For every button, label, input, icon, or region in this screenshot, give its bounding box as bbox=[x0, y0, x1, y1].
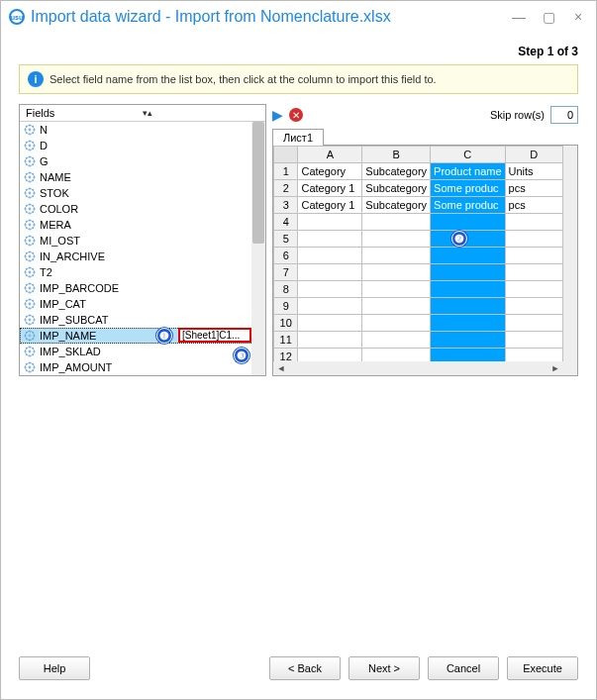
field-row-g[interactable]: G bbox=[20, 153, 251, 169]
back-button[interactable]: < Back bbox=[269, 656, 341, 680]
field-row-imp_subcat[interactable]: IMP_SUBCAT bbox=[20, 312, 251, 328]
cell[interactable] bbox=[298, 214, 362, 231]
cell[interactable] bbox=[505, 264, 562, 281]
row-header[interactable]: 12 bbox=[274, 349, 298, 361]
cell[interactable] bbox=[505, 349, 562, 361]
grid-corner-cell[interactable] bbox=[274, 147, 298, 163]
row-header[interactable]: 5 bbox=[274, 231, 298, 248]
grid-scrollbar-horizontal[interactable]: ◄ ► bbox=[273, 361, 563, 375]
cell[interactable] bbox=[431, 214, 505, 231]
close-button[interactable]: × bbox=[568, 7, 588, 27]
cell[interactable]: Category 1 bbox=[298, 197, 362, 214]
cell[interactable] bbox=[362, 231, 431, 248]
cell[interactable] bbox=[505, 248, 562, 264]
field-row-color[interactable]: COLOR bbox=[20, 201, 251, 217]
field-row-mera[interactable]: MERA bbox=[20, 217, 251, 233]
skip-rows-input[interactable] bbox=[550, 106, 578, 124]
cell[interactable] bbox=[298, 332, 362, 349]
field-row-name[interactable]: NAME bbox=[20, 169, 251, 185]
cell[interactable] bbox=[505, 298, 562, 315]
spreadsheet-grid[interactable]: ABCD1CategorySubcategoryProduct nameUnit… bbox=[273, 146, 563, 361]
cell[interactable] bbox=[362, 315, 431, 332]
field-row-imp_cat[interactable]: IMP_CAT bbox=[20, 296, 251, 312]
field-row-stok[interactable]: STOK bbox=[20, 185, 251, 201]
cell[interactable]: Subcategory bbox=[362, 197, 431, 214]
cell[interactable] bbox=[431, 349, 505, 361]
cell[interactable] bbox=[362, 298, 431, 315]
cell[interactable] bbox=[362, 332, 431, 349]
field-row-imp_barcode[interactable]: IMP_BARCODE bbox=[20, 280, 251, 296]
field-row-d[interactable]: D bbox=[20, 138, 251, 153]
cell[interactable]: Category bbox=[298, 163, 362, 180]
cell[interactable] bbox=[431, 264, 505, 281]
field-mapping[interactable]: [Sheet1]C1... bbox=[178, 328, 251, 343]
cell[interactable] bbox=[431, 332, 505, 349]
cell[interactable] bbox=[298, 298, 362, 315]
delete-icon[interactable]: ✕ bbox=[289, 108, 303, 122]
cell[interactable]: Subcategory bbox=[362, 163, 431, 180]
cell[interactable]: Subcategory bbox=[362, 180, 431, 197]
cell[interactable]: Some produc bbox=[431, 197, 505, 214]
row-header[interactable]: 7 bbox=[274, 264, 298, 281]
field-row-t2[interactable]: T2 bbox=[20, 264, 251, 280]
cell[interactable]: pcs bbox=[505, 180, 562, 197]
cell[interactable] bbox=[298, 315, 362, 332]
execute-button[interactable]: Execute bbox=[507, 656, 578, 680]
cell[interactable] bbox=[362, 281, 431, 298]
help-button[interactable]: Help bbox=[19, 656, 90, 680]
row-header[interactable]: 10 bbox=[274, 315, 298, 332]
field-row-imp_amount[interactable]: IMP_AMOUNT bbox=[20, 359, 251, 375]
cell[interactable] bbox=[298, 231, 362, 248]
row-header[interactable]: 1 bbox=[274, 163, 298, 180]
cell[interactable]: pcs bbox=[505, 197, 562, 214]
row-header[interactable]: 8 bbox=[274, 281, 298, 298]
field-row-imp_sklad[interactable]: IMP_SKLAD❸ bbox=[20, 344, 251, 359]
cell[interactable] bbox=[298, 349, 362, 361]
cell[interactable] bbox=[298, 281, 362, 298]
row-header[interactable]: 9 bbox=[274, 298, 298, 315]
sheet-tab[interactable]: Лист1 bbox=[272, 129, 324, 146]
cell[interactable] bbox=[362, 349, 431, 361]
cell[interactable]: Product name bbox=[431, 163, 505, 180]
cell[interactable]: Some produc bbox=[431, 180, 505, 197]
col-header-B[interactable]: B bbox=[362, 147, 431, 163]
field-row-in_archive[interactable]: IN_ARCHIVE bbox=[20, 249, 251, 264]
cell[interactable]: Units bbox=[505, 163, 562, 180]
grid-scrollbar-vertical[interactable] bbox=[563, 146, 577, 361]
col-header-D[interactable]: D bbox=[505, 147, 562, 163]
cell[interactable] bbox=[505, 231, 562, 248]
row-header[interactable]: 11 bbox=[274, 332, 298, 349]
cell[interactable] bbox=[505, 332, 562, 349]
cell[interactable] bbox=[431, 298, 505, 315]
col-header-C[interactable]: C bbox=[431, 147, 505, 163]
cell[interactable] bbox=[298, 264, 362, 281]
col-header-A[interactable]: A bbox=[298, 147, 362, 163]
maximize-button[interactable]: ▢ bbox=[539, 7, 558, 27]
cell[interactable] bbox=[362, 214, 431, 231]
next-button[interactable]: Next > bbox=[348, 656, 420, 680]
row-header[interactable]: 3 bbox=[274, 197, 298, 214]
cell[interactable] bbox=[298, 248, 362, 264]
row-header[interactable]: 2 bbox=[274, 180, 298, 197]
cell[interactable] bbox=[431, 281, 505, 298]
field-row-mi_ost[interactable]: MI_OST bbox=[20, 233, 251, 249]
row-header[interactable]: 4 bbox=[274, 214, 298, 231]
cell[interactable] bbox=[505, 214, 562, 231]
scrollbar-thumb[interactable] bbox=[252, 122, 264, 244]
fields-header[interactable]: Fields ▾▴ bbox=[20, 105, 265, 122]
cell[interactable] bbox=[362, 248, 431, 264]
row-header[interactable]: 6 bbox=[274, 248, 298, 264]
cancel-button[interactable]: Cancel bbox=[428, 656, 499, 680]
scroll-left-icon[interactable]: ◄ bbox=[275, 362, 287, 374]
field-row-n[interactable]: N bbox=[20, 122, 251, 138]
cell[interactable] bbox=[431, 248, 505, 264]
fields-scrollbar[interactable] bbox=[251, 122, 265, 375]
field-row-imp_name[interactable]: IMP_NAME[Sheet1]C1...❶ bbox=[20, 328, 251, 344]
minimize-button[interactable]: — bbox=[509, 7, 529, 27]
scroll-right-icon[interactable]: ► bbox=[549, 362, 561, 374]
cell[interactable] bbox=[431, 315, 505, 332]
cell[interactable] bbox=[505, 281, 562, 298]
cell[interactable]: Category 1 bbox=[298, 180, 362, 197]
cell[interactable] bbox=[431, 231, 505, 248]
cell[interactable] bbox=[362, 264, 431, 281]
